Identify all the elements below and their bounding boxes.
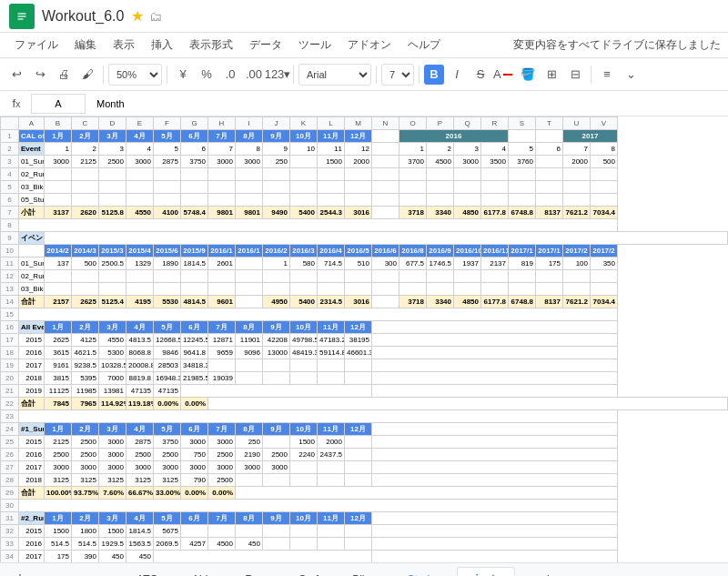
tab-atg[interactable]: ATG ▾ bbox=[125, 567, 178, 577]
table-row: 27 2017 30003000 30003000 30003000 30003… bbox=[1, 461, 728, 474]
formula-input[interactable] bbox=[93, 94, 723, 114]
table-row: 4 02_Run bbox=[1, 168, 728, 181]
decimal-less-button[interactable]: .0 bbox=[219, 64, 241, 86]
add-sheet-button[interactable]: + bbox=[7, 567, 33, 577]
sheet-content[interactable]: ABCDEFG HIJKLMN OPQRSTUV 1 CAL of S... 1… bbox=[0, 116, 728, 562]
table-row: 21 2019 1112511985 1398147135 47135 bbox=[1, 385, 728, 398]
table-row: 34 2017 175390 450450 bbox=[1, 551, 728, 563]
sheet-menu-button[interactable]: ≡ bbox=[35, 567, 56, 577]
table-row: 7 小計 31372620 5125.84550 41005748.4 9801… bbox=[1, 207, 728, 219]
font-size-select[interactable]: 78910 bbox=[381, 64, 414, 86]
table-row: 29 合計 100.00%93.75% 7.60%66.67% 33.00%0.… bbox=[1, 487, 728, 500]
file-title: Workout_6.0 bbox=[42, 8, 124, 25]
spreadsheet: ABCDEFG HIJKLMN OPQRSTUV 1 CAL of S... 1… bbox=[0, 116, 728, 562]
toolbar: ↩ ↪ 🖨 🖌 50%75%100% ¥ % .0 .00 123▾ Arial… bbox=[0, 58, 728, 91]
toolbar-divider-1 bbox=[103, 66, 104, 84]
svg-rect-3 bbox=[18, 18, 24, 20]
formula-bar: fx bbox=[0, 91, 728, 116]
tab-bike[interactable]: Bike ▾ bbox=[340, 567, 393, 577]
toolbar-divider-6 bbox=[591, 66, 592, 84]
percent-button[interactable]: % bbox=[196, 64, 217, 86]
menu-addons[interactable]: アドオン bbox=[340, 35, 399, 56]
undo-button[interactable]: ↩ bbox=[5, 64, 27, 86]
bold-button[interactable]: B bbox=[424, 65, 444, 85]
function-icon: fx bbox=[5, 93, 27, 115]
table-row: 5 03_Bike bbox=[1, 181, 728, 194]
menu-file[interactable]: ファイル bbox=[7, 35, 66, 56]
app-icon bbox=[9, 4, 35, 29]
menu-view[interactable]: 表示 bbox=[106, 35, 142, 56]
table-row: 20 2018 38155395 70008819.8 16948.321985… bbox=[1, 372, 728, 385]
table-row: 25 2015 21252500 30002875 37503000 30002… bbox=[1, 436, 728, 449]
tab-all[interactable]: ALL ▾ bbox=[180, 567, 231, 577]
menu-tools[interactable]: ツール bbox=[291, 35, 339, 56]
align-button[interactable]: ≡ bbox=[596, 64, 618, 86]
table-row: 18 2016 36154621.5 53008068.8 98469641.8… bbox=[1, 347, 728, 359]
table-row: 12 02_Run bbox=[1, 270, 728, 283]
font-select[interactable]: Arial bbox=[298, 64, 371, 86]
tab-goal[interactable]: goal ▾ bbox=[517, 567, 570, 577]
cell-reference[interactable] bbox=[31, 94, 86, 114]
merge-button[interactable]: ⊟ bbox=[564, 64, 586, 86]
svg-rect-2 bbox=[18, 15, 26, 17]
toolbar-divider-4 bbox=[376, 66, 377, 84]
decimal-more-button[interactable]: .00 bbox=[243, 64, 265, 86]
svg-rect-1 bbox=[18, 13, 26, 15]
tab-run[interactable]: Run ▾ bbox=[233, 567, 285, 577]
table-row: 3 01_Surf 300021252500 300028753750 3000… bbox=[1, 156, 728, 168]
currency-button[interactable]: ¥ bbox=[172, 64, 194, 86]
table-row: 19 2017 91619238.5 10328.520008.8 285033… bbox=[1, 359, 728, 372]
table-row: 11 01_Surf 137500 2500.51329 18901814.5 … bbox=[1, 258, 728, 270]
borders-button[interactable]: ⊞ bbox=[541, 64, 562, 86]
print-button[interactable]: 🖨 bbox=[53, 64, 75, 86]
text-color-button[interactable]: A bbox=[493, 64, 515, 86]
star-icon[interactable]: ★ bbox=[131, 7, 144, 25]
italic-button[interactable]: I bbox=[446, 64, 468, 86]
table-row: 6 05_Study bbox=[1, 194, 728, 207]
menu-insert[interactable]: 挿入 bbox=[144, 35, 180, 56]
strikethrough-button[interactable]: S bbox=[470, 64, 491, 86]
table-row: 13 03_Bike bbox=[1, 283, 728, 296]
tab-study[interactable]: Study ▾ bbox=[396, 567, 456, 577]
title-bar: Workout_6.0 ★ 🗂 bbox=[0, 0, 728, 33]
table-row: 17 2015 26254125 45504813.5 12668.512245… bbox=[1, 334, 728, 347]
table-row: 33 2016 514.5514.5 1929.51563.5 2069.542… bbox=[1, 538, 728, 551]
toolbar-divider-2 bbox=[167, 66, 167, 84]
tab-source[interactable]: source ▾ bbox=[58, 567, 123, 577]
save-status: 変更内容をすべてドライブに保存しました bbox=[513, 37, 721, 53]
menu-format[interactable]: 表示形式 bbox=[182, 35, 240, 56]
tab-surf[interactable]: Surf ▾ bbox=[287, 567, 339, 577]
sheet-tabs: + ≡ source ▾ ATG ▾ ALL ▾ Run ▾ Surf ▾ Bi… bbox=[0, 562, 728, 576]
folder-icon[interactable]: 🗂 bbox=[149, 9, 162, 24]
toolbar-divider-3 bbox=[293, 66, 294, 84]
menu-bar: ファイル 編集 表示 挿入 表示形式 データ ツール アドオン ヘルプ 変更内容… bbox=[0, 33, 728, 58]
tab-pivot[interactable]: pivot ▾ bbox=[457, 567, 515, 577]
table-row: 28 2018 31253125 31253125 3125790 2500 bbox=[1, 474, 728, 487]
menu-data[interactable]: データ bbox=[242, 35, 289, 56]
paint-format-button[interactable]: 🖌 bbox=[76, 64, 98, 86]
more-button[interactable]: ⌄ bbox=[620, 64, 642, 86]
toolbar-divider-5 bbox=[419, 66, 420, 84]
zoom-select[interactable]: 50%75%100% bbox=[108, 64, 162, 86]
fill-color-button[interactable]: 🪣 bbox=[517, 64, 539, 86]
table-row: 14 合計 21572625 5125.44195 55304814.5 960… bbox=[1, 296, 728, 308]
menu-help[interactable]: ヘルプ bbox=[400, 35, 448, 56]
table-row: 22 合計 78457965 114.92%119.18% 0.00%0.00% bbox=[1, 398, 728, 410]
table-row: 26 2016 25002500 30002500 2500750 250021… bbox=[1, 449, 728, 461]
table-row: 32 2015 15001800 15001814.5 5675 bbox=[1, 525, 728, 538]
menu-edit[interactable]: 編集 bbox=[67, 35, 104, 56]
format-number-button[interactable]: 123▾ bbox=[267, 64, 288, 86]
redo-button[interactable]: ↪ bbox=[29, 64, 51, 86]
